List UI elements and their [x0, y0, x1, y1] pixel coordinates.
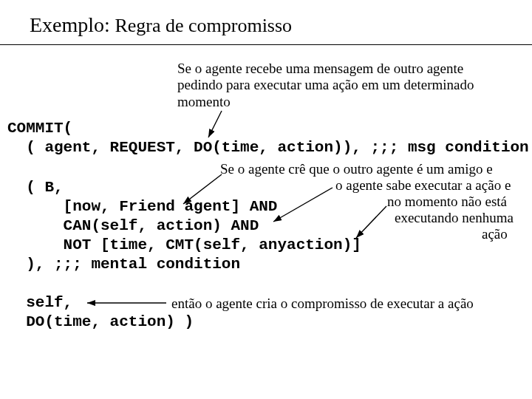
title-main: Exemplo: — [30, 13, 110, 36]
code-line-8: self, — [7, 294, 72, 311]
annotation-mental-l1: Se o agente crê que o outro agente é um … — [220, 161, 493, 177]
annotation-msg-condition: Se o agente recebe uma mensagem de outro… — [177, 61, 502, 110]
arrow-icon — [208, 111, 222, 137]
slide: Exemplo: Regra de compromisso Se o agent… — [0, 0, 532, 399]
code-line-7: ), ;;; mental condition — [7, 256, 240, 273]
arrow-icon — [273, 188, 332, 222]
slide-title: Exemplo: Regra de compromisso — [30, 13, 292, 37]
arrow-icon — [356, 206, 386, 238]
title-sub: Regra de compromisso — [110, 15, 292, 36]
code-line-4: [now, Friend agent] AND — [7, 198, 277, 215]
annotation-mental-l3: no momento não está — [387, 194, 507, 210]
code-line-9: DO(time, action) ) — [7, 313, 194, 330]
annotation-mental-l2: o agente sabe executar a ação e — [335, 177, 511, 194]
code-line-1: COMMIT( — [7, 120, 72, 137]
annotation-self: então o agente cria o compromisso de exe… — [171, 296, 474, 312]
title-underline — [0, 44, 532, 45]
code-line-5: CAN(self, action) AND — [7, 217, 259, 234]
code-line-3: ( B, — [7, 179, 64, 196]
annotation-mental-l5: ação — [482, 226, 508, 242]
annotation-mental-l4: executando nenhuma — [395, 210, 514, 226]
code-line-2: ( agent, REQUEST, DO(time, action)), ;;;… — [7, 139, 529, 156]
code-line-6: NOT [time, CMT(self, anyaction)] — [7, 236, 361, 253]
